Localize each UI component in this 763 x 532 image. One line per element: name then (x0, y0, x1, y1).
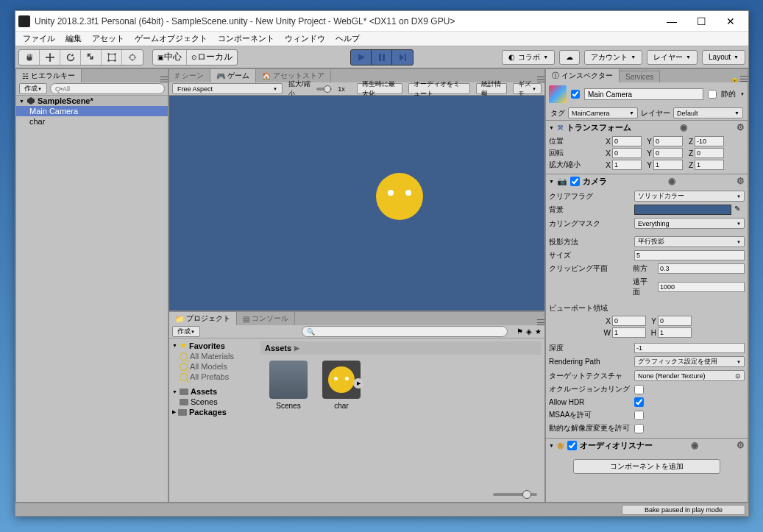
stats-button[interactable]: 統計情報 (476, 83, 507, 94)
far-input[interactable] (658, 282, 745, 292)
eyedropper-icon[interactable]: ✎ (734, 205, 745, 215)
play-button[interactable] (351, 50, 372, 65)
position-z-input[interactable] (695, 136, 724, 146)
hierarchy-create-button[interactable]: 作成 ▼ (19, 83, 47, 94)
audio-enabled-checkbox[interactable] (567, 441, 577, 450)
pivot-local-button[interactable]: ⊙ ローカル (187, 50, 237, 65)
target-texture-field[interactable]: None (Render Texture)⊙ (634, 370, 745, 381)
menu-window[interactable]: ウィンドウ (280, 32, 330, 46)
settings-icon[interactable]: ⚙ (737, 176, 745, 186)
favorite-search-icon[interactable]: ★ (535, 327, 542, 336)
layers-dropdown[interactable]: レイヤー▼ (647, 50, 698, 65)
rendering-path-dropdown[interactable]: グラフィックス設定を使用▼ (634, 356, 745, 367)
size-input[interactable] (634, 250, 745, 260)
static-checkbox[interactable] (708, 90, 717, 99)
settings-icon[interactable]: ⚙ (737, 122, 745, 132)
settings-icon[interactable]: ⚙ (737, 440, 745, 450)
maximize-button[interactable]: ☐ (686, 13, 716, 30)
asset-folder-scenes[interactable]: Scenes (266, 361, 310, 410)
gameobject-name-input[interactable] (584, 88, 703, 100)
minimize-button[interactable]: — (657, 13, 686, 30)
asset-item-char[interactable]: ▶ char (319, 361, 363, 410)
collab-button[interactable]: ◐コラボ▼ (502, 50, 555, 65)
hierarchy-search-input[interactable] (50, 83, 165, 94)
project-tab[interactable]: 📁プロジェクト (169, 311, 237, 325)
account-dropdown[interactable]: アカウント▼ (584, 50, 642, 65)
foldout-icon[interactable]: ▼ (19, 99, 24, 104)
transform-tool-button[interactable] (122, 50, 143, 65)
viewport-x-input[interactable] (612, 316, 646, 326)
panel-menu-icon[interactable] (160, 77, 168, 82)
rotation-y-input[interactable] (653, 148, 683, 158)
depth-input[interactable] (634, 343, 745, 353)
hierarchy-item-main-camera[interactable]: Main Camera (16, 106, 168, 116)
tag-dropdown[interactable]: MainCamera▼ (568, 107, 638, 118)
layer-dropdown[interactable]: Default▼ (673, 107, 743, 118)
rect-tool-button[interactable] (102, 50, 122, 65)
gizmos-dropdown[interactable]: ギズモ▼ (513, 83, 542, 94)
menu-file[interactable]: ファイル (18, 32, 60, 46)
hand-tool-button[interactable] (19, 50, 40, 65)
scale-slider[interactable] (316, 88, 333, 91)
game-tab[interactable]: 🎮ゲーム (210, 68, 256, 82)
scale-y-input[interactable] (653, 160, 683, 170)
asset-size-slider[interactable] (493, 493, 537, 496)
pivot-center-button[interactable]: ▣ 中心 (153, 50, 187, 65)
console-tab[interactable]: ▤コンソール (237, 311, 295, 325)
close-button[interactable]: ✕ (716, 13, 745, 30)
camera-enabled-checkbox[interactable] (570, 177, 580, 186)
project-search-input[interactable] (302, 326, 508, 337)
aspect-dropdown[interactable]: Free Aspect▼ (172, 83, 283, 94)
rotate-tool-button[interactable] (60, 50, 81, 65)
favorite-all-materials[interactable]: All Materials (171, 351, 256, 361)
search-type-icon[interactable]: ◈ (526, 327, 532, 336)
position-y-input[interactable] (653, 136, 683, 146)
viewport-w-input[interactable] (612, 327, 646, 338)
dynamic-res-checkbox[interactable] (634, 424, 644, 433)
project-create-button[interactable]: 作成 ▼ (172, 326, 200, 337)
cloud-button[interactable]: ☁ (559, 50, 580, 65)
layout-dropdown[interactable]: Layout▼ (702, 50, 745, 65)
position-x-input[interactable] (612, 136, 642, 146)
maximize-on-play-button[interactable]: 再生時に最大化 (357, 83, 403, 94)
hierarchy-scene-row[interactable]: ▼ SampleScene* (16, 96, 168, 106)
step-button[interactable] (392, 50, 413, 65)
hierarchy-tab[interactable]: ☵ヒエラルキー (16, 68, 82, 82)
favorite-all-models[interactable]: All Models (171, 361, 256, 372)
panel-menu-icon[interactable] (537, 77, 544, 82)
viewport-y-input[interactable] (658, 316, 692, 326)
favorites-group[interactable]: ▼★Favorites (171, 340, 256, 351)
lock-icon[interactable]: 🔒 (731, 75, 739, 82)
help-icon[interactable]: ◉ (691, 440, 698, 450)
inspector-tab[interactable]: ⓘインスペクター (546, 68, 620, 82)
menu-assets[interactable]: アセット (88, 32, 129, 46)
scale-tool-button[interactable] (81, 50, 102, 65)
services-tab[interactable]: Services (620, 71, 660, 82)
msaa-checkbox[interactable] (634, 411, 644, 420)
viewport-h-input[interactable] (658, 327, 692, 338)
near-input[interactable] (658, 263, 745, 274)
help-icon[interactable]: ◉ (680, 122, 687, 132)
game-view[interactable] (169, 96, 544, 311)
background-color-field[interactable] (634, 205, 731, 215)
foldout-icon[interactable]: ▼ (549, 443, 554, 448)
scale-x-input[interactable] (612, 160, 642, 170)
hierarchy-item-char[interactable]: char (16, 116, 168, 127)
add-component-button[interactable]: コンポーネントを追加 (573, 459, 720, 474)
assets-folder[interactable]: ▼Assets (171, 386, 256, 397)
scenes-folder[interactable]: Scenes (171, 397, 256, 407)
clear-flags-dropdown[interactable]: ソリッドカラー▼ (634, 191, 745, 202)
projection-dropdown[interactable]: 平行投影▼ (634, 236, 745, 247)
panel-menu-icon[interactable] (740, 76, 748, 82)
mute-audio-button[interactable]: オーディオをミュート (408, 83, 469, 94)
help-icon[interactable]: ◉ (668, 176, 675, 186)
menu-help[interactable]: ヘルプ (331, 32, 364, 46)
menu-component[interactable]: コンポーネント (213, 32, 279, 46)
menu-edit[interactable]: 編集 (61, 32, 86, 46)
culling-mask-dropdown[interactable]: Everything▼ (634, 218, 745, 229)
scale-z-input[interactable] (695, 160, 724, 170)
hdr-checkbox[interactable] (634, 397, 644, 407)
favorite-all-prefabs[interactable]: All Prefabs (171, 372, 256, 382)
foldout-icon[interactable]: ▼ (549, 125, 554, 130)
pause-button[interactable] (372, 50, 392, 65)
